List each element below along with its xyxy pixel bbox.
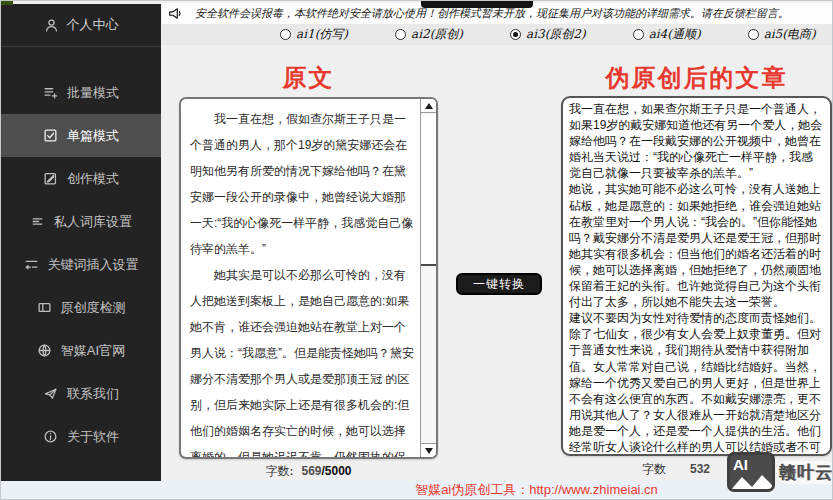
speaker-icon (167, 6, 182, 21)
radio-label: ai3(原创2) (526, 26, 586, 43)
original-paragraph: 她其实是可以不必那么可怜的，没有人把她送到案板上，是她自己愿意的:如果她不肯，谁… (190, 262, 416, 457)
person-icon (44, 18, 59, 33)
original-textarea[interactable]: 我一直在想，假如查尔斯王子只是一个普通的男人，那个19岁的黛安娜还会在明知他另有… (179, 97, 438, 459)
word-count-label: 字数 (642, 462, 666, 476)
sidebar-item-label: 个人中心 (67, 16, 119, 34)
sidebar: 个人中心 批量模式 单篇模式 创作模式 (1, 4, 161, 483)
sidebar-item-about[interactable]: 关于软件 (1, 415, 161, 458)
top-bar: 安全软件会误报毒，本软件绝对安全请放心使用！创作模式暂未开放，现征集用户对该功能… (162, 3, 833, 45)
mode-radio-ai2[interactable]: ai2(原创) (395, 26, 463, 43)
converted-title: 伪原创后的文章 (561, 62, 832, 94)
sidebar-item-official-site[interactable]: 智媒AI官网 (1, 329, 161, 372)
sidebar-item-keyword-insert[interactable]: 关键词插入设置 (1, 243, 161, 286)
paper-plane-icon (43, 386, 58, 401)
word-count-label: 字数: (265, 464, 293, 478)
radio-label: ai5(电商) (764, 26, 816, 43)
converted-textarea[interactable]: 我一直在想，如果查尔斯王子只是一个普通人，如果19岁的戴安娜知道他还有另一个爱人… (561, 96, 832, 456)
original-word-count: 字数:569/5000 (179, 463, 438, 480)
sidebar-nav: 批量模式 单篇模式 创作模式 私人词库设置 (1, 47, 161, 458)
corner-accent (1, 1, 13, 5)
mode-radio-ai5[interactable]: ai5(电商) (748, 26, 816, 43)
converted-paragraph: 建议不要因为女性对待爱情的态度而责怪她们。除了七仙女，很少有女人会爱上奴隶董勇。… (569, 310, 824, 456)
scroll-thumb[interactable] (421, 114, 436, 266)
watermark-text: 赣叶云 (776, 461, 833, 484)
ai-image-logo-icon: AI (727, 452, 775, 492)
converted-paragraph: 我一直在想，如果查尔斯王子只是一个普通人，如果19岁的戴安娜知道他还有另一个爱人… (569, 101, 824, 181)
radio-label: ai4(通顺) (649, 26, 701, 43)
app-window: 个人中心 批量模式 单篇模式 创作模式 (0, 0, 833, 500)
sidebar-item-batch-mode[interactable]: 批量模式 (1, 71, 161, 114)
word-count-max: /5000 (322, 464, 352, 478)
card-icon (37, 300, 52, 315)
list-lines-icon (30, 214, 45, 229)
sidebar-item-single-mode[interactable]: 单篇模式 (1, 114, 161, 157)
sidebar-item-creation-mode[interactable]: 创作模式 (1, 157, 161, 200)
info-icon (43, 429, 58, 444)
announcement-text: 安全软件会误报毒，本软件绝对安全请放心使用！创作模式暂未开放，现征集用户对该功能… (195, 6, 789, 21)
sidebar-item-private-dictionary[interactable]: 私人词库设置 (1, 200, 161, 243)
scroll-up-button[interactable] (421, 99, 436, 113)
radio-icon (748, 29, 759, 40)
sidebar-item-label: 创作模式 (67, 170, 119, 188)
mountains-icon (730, 469, 775, 491)
original-title: 原文 (179, 62, 438, 94)
word-count-value: 532 (690, 462, 710, 476)
globe-icon (37, 343, 52, 358)
arrow-down-icon (425, 448, 433, 454)
radio-icon (633, 29, 644, 40)
radio-selected-icon (510, 29, 521, 40)
sidebar-item-contact-us[interactable]: 联系我们 (1, 372, 161, 415)
original-text-content: 我一直在想，假如查尔斯王子只是一个普通的男人，那个19岁的黛安娜还会在明知他另有… (181, 99, 420, 457)
word-count-value: 569 (301, 464, 321, 478)
sidebar-item-label: 联系我们 (67, 385, 119, 403)
sidebar-item-label: 智媒AI官网 (61, 342, 125, 360)
scroll-down-button[interactable] (421, 443, 436, 457)
mode-radio-ai3[interactable]: ai3(原创2) (510, 26, 586, 43)
mode-selector-row: ai1(仿写) ai2(原创) ai3(原创2) ai4(通顺) ai5(电商) (162, 24, 833, 45)
radio-label: ai1(仿写) (296, 26, 348, 43)
arrow-up-icon (425, 103, 433, 109)
converted-paragraph: 她说，其实她可能不必这么可怜，没有人送她上砧板，她是愿意的：如果她拒绝，谁会强迫… (569, 181, 824, 310)
scrollbar[interactable] (420, 99, 436, 457)
watermark: AI 赣叶云 (727, 452, 833, 492)
original-paragraph: 我一直在想，假如查尔斯王子只是一个普通的男人，那个19岁的黛安娜还会在明知他另有… (190, 106, 416, 262)
sidebar-item-label: 私人词库设置 (54, 213, 132, 231)
sidebar-item-label: 批量模式 (67, 84, 119, 102)
sidebar-item-label: 关键词插入设置 (48, 256, 139, 274)
sidebar-item-label: 单篇模式 (67, 127, 119, 145)
edit-icon (43, 171, 58, 186)
top-marquee-bar (421, 1, 533, 8)
sidebar-item-originality-check[interactable]: 原创度检测 (1, 286, 161, 329)
sidebar-item-label: 原创度检测 (61, 299, 126, 317)
radio-icon (395, 29, 406, 40)
radio-label: ai2(原创) (411, 26, 463, 43)
sidebar-item-personal-center[interactable]: 个人中心 (1, 4, 161, 47)
footer-bar: 智媒ai伪原创工具：http://www.zhimeiai.cn (1, 481, 832, 499)
radio-icon (280, 29, 291, 40)
mode-radio-ai1[interactable]: ai1(仿写) (280, 26, 348, 43)
insert-arrow-icon (24, 257, 39, 272)
mode-radio-ai4[interactable]: ai4(通顺) (633, 26, 701, 43)
batch-list-icon (43, 85, 58, 100)
convert-button[interactable]: 一键转换 (456, 273, 542, 295)
checkbox-icon (43, 128, 58, 143)
sidebar-item-label: 关于软件 (67, 428, 119, 446)
